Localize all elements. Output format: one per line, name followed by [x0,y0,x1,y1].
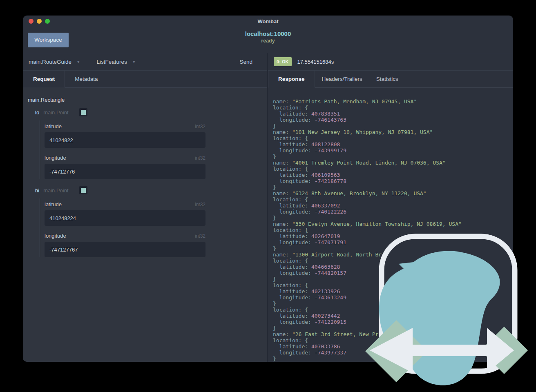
response-line: } [273,245,513,252]
request-form: main.Rectangle lo main.Point latitude in… [23,88,267,362]
checkbox-check-icon [81,110,86,115]
checkbox-check-icon [81,188,86,193]
send-button[interactable]: Send [239,59,252,65]
response-line: name: "330 Evelyn Avenue, Hamilton Towns… [273,221,513,227]
lo-point-group: latitude int32 longitude int32 [40,120,205,179]
latitude-type: int32 [195,202,205,207]
response-line: latitude: 402133926 [273,288,513,294]
response-line: longitude: -743999179 [273,147,513,154]
tab-request[interactable]: Request [23,71,65,88]
response-line: latitude: 408122808 [273,141,513,147]
longitude-label: longitude [45,155,66,161]
tab-statistics[interactable]: Statistics [369,71,405,88]
response-line: } [273,123,513,129]
response-line: location: { [273,307,513,313]
header: Workspace localhost:10000 ready [23,27,513,53]
tabs-filler [405,71,513,88]
lo-longitude-input[interactable] [45,164,205,179]
tabs-filler [108,71,267,88]
lo-latitude-field: latitude int32 [45,123,205,148]
request-panel: main.RouteGuide ▾ ListFeatures ▾ Send Re… [23,53,268,362]
longitude-type: int32 [195,233,205,239]
response-line: latitude: 402647019 [273,233,513,239]
hi-field-name: hi [35,187,39,194]
response-line: longitude: -743613249 [273,294,513,301]
response-line: name: "4001 Tremley Point Road, Linden, … [273,160,513,166]
response-line: longitude: -743977337 [273,350,513,356]
latitude-type: int32 [195,124,205,129]
hi-latitude-input[interactable] [45,210,205,226]
hi-point-group: latitude int32 longitude int32 [40,198,205,257]
request-toolbar: main.RouteGuide ▾ ListFeatures ▾ Send [23,53,267,71]
tab-metadata[interactable]: Metadata [65,71,107,88]
hi-longitude-field: longitude int32 [45,233,205,257]
message-type-label: main.Rectangle [28,97,262,103]
lo-longitude-field: longitude int32 [45,155,205,179]
response-line: } [273,276,513,282]
hi-field-type: main.Point [43,187,68,194]
tab-headers-trailers[interactable]: Headers/Trailers [315,71,369,88]
response-line: location: { [273,135,513,141]
response-line: name: "1300 Airport Road, North Br [273,252,513,258]
latitude-label: latitude [45,201,62,207]
chevron-down-icon: ▾ [133,59,135,65]
hi-enabled-checkbox[interactable] [79,186,87,194]
lo-field-row: lo main.Point [35,108,262,116]
response-line: name: "6324 8th Avenue, Brooklyn, NY 112… [273,190,513,196]
lo-field-type: main.Point [43,109,68,116]
method-dropdown-label: ListFeatures [97,59,127,65]
tab-response[interactable]: Response [268,71,315,88]
response-line: } [273,325,513,331]
response-toolbar: 0: OK 17.554151684s [268,53,513,71]
response-line: latitude: 400273442 [273,313,513,319]
response-line: longitude: -744820157 [273,270,513,276]
response-line: name: "26 East 3rd Street, New Pr [273,331,513,337]
longitude-type: int32 [195,155,205,161]
response-line: name: "Patriots Path, Mendham, NJ 07945,… [273,98,513,105]
chevron-down-icon: ▾ [77,59,80,65]
response-line: location: { [273,337,513,343]
workspace-button[interactable]: Workspace [28,33,69,47]
response-tabs: Response Headers/Trailers Statistics [268,71,513,88]
response-line: longitude: -747071791 [273,239,513,245]
response-line: location: { [273,282,513,288]
lo-field-name: lo [35,109,39,116]
response-line: latitude: 407838351 [273,111,513,117]
server-info: localhost:10000 ready [23,30,513,44]
response-line: longitude: -740122226 [273,209,513,215]
longitude-label: longitude [45,233,66,239]
response-line: longitude: -741220915 [273,319,513,325]
response-line: location: { [273,166,513,172]
response-line: } [273,356,513,362]
main-split: main.RouteGuide ▾ ListFeatures ▾ Send Re… [23,53,513,362]
lo-latitude-input[interactable] [45,132,205,148]
response-line: name: "101 New Jersey 10, Whippany, NJ 0… [273,129,513,135]
server-status: ready [23,38,513,44]
lo-enabled-checkbox[interactable] [79,108,87,116]
response-line: } [273,215,513,221]
service-dropdown[interactable]: main.RouteGuide ▾ [29,59,80,65]
hi-field-row: hi main.Point [35,186,262,194]
response-line: longitude: -742186778 [273,178,513,184]
service-dropdown-label: main.RouteGuide [29,59,71,65]
response-line: latitude: 406109563 [273,172,513,178]
app-window: Wombat Workspace localhost:10000 ready m… [23,16,513,362]
response-line: location: { [273,105,513,111]
titlebar: Wombat [23,16,513,27]
response-line: location: { [273,196,513,203]
response-line: latitude: 407033786 [273,343,513,350]
server-address: localhost:10000 [23,30,513,37]
response-line: location: { [273,258,513,264]
response-output[interactable]: name: "Patriots Path, Mendham, NJ 07945,… [268,88,513,362]
hi-longitude-input[interactable] [45,242,205,257]
status-badge: 0: OK [274,57,292,66]
response-line: } [273,301,513,307]
window-title: Wombat [23,18,513,24]
method-dropdown[interactable]: ListFeatures ▾ [97,59,135,65]
hi-latitude-field: latitude int32 [45,201,205,226]
duration-label: 17.554151684s [297,59,334,65]
latitude-label: latitude [45,123,62,129]
response-line: } [273,184,513,190]
response-panel: 0: OK 17.554151684s Response Headers/Tra… [268,53,513,362]
response-line: latitude: 406337092 [273,203,513,209]
